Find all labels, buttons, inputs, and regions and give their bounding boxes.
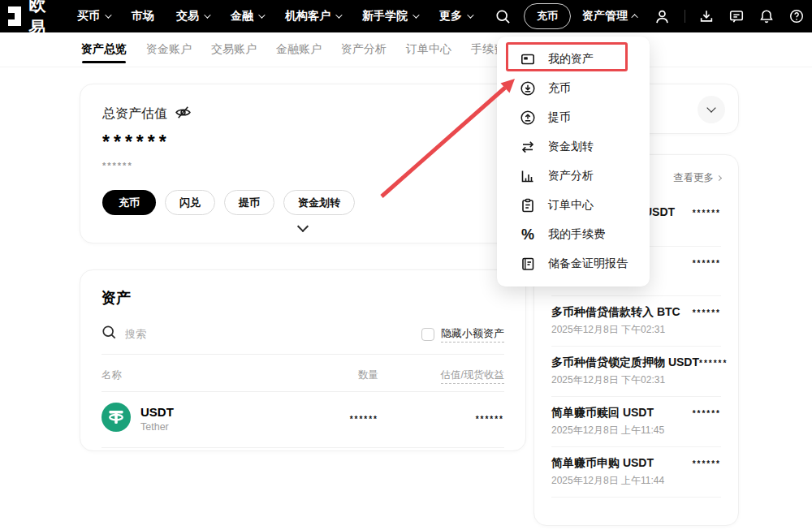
messages-icon[interactable] — [728, 7, 745, 25]
okx-logo-icon — [8, 6, 21, 26]
activity-value-masked: ****** — [693, 459, 721, 487]
activity-value-masked: ****** — [693, 308, 721, 336]
transfer-icon — [520, 139, 536, 155]
menu-item-markets[interactable]: 市场 — [132, 9, 154, 24]
total-valuation-title: 总资产估值 — [102, 106, 167, 123]
activity-title: 简单赚币赎回 USDT — [551, 405, 664, 420]
asset-management-dropdown: 我的资产 充币 提币 资金划转 资产分析 — [497, 37, 650, 287]
chevron-down-icon — [467, 11, 473, 18]
activity-date: 2025年12月8日 下午02:31 — [551, 374, 699, 386]
dropdown-item-analysis[interactable]: 资产分析 — [497, 162, 650, 191]
usdt-tether-icon — [102, 403, 131, 435]
tab-funding-account[interactable]: 资金账户 — [146, 32, 192, 67]
menu-item-institutional[interactable]: 机构客户 — [285, 9, 340, 24]
assets-card: 资产 隐藏小额资产 名称 数量 估值/现货收益 — [80, 269, 526, 451]
activity-title: 多币种借贷借款转入 BTC — [551, 304, 680, 319]
column-amount: 数量 — [281, 368, 378, 384]
chevron-down-icon — [204, 11, 210, 18]
chevron-up-icon — [631, 14, 637, 20]
asset-search-box[interactable] — [102, 325, 421, 343]
activity-title: 简单赚币申购 USDT — [551, 455, 664, 470]
withdraw-icon — [520, 110, 536, 126]
dropdown-item-deposit[interactable]: 充币 — [497, 74, 650, 103]
asset-name: Tether — [140, 421, 174, 433]
chevron-down-icon — [258, 11, 265, 18]
top-navbar: 欧易 买币 市场 交易 金融 机构客户 新手学院 更多 充币 资产管理 — [0, 0, 812, 32]
nav-divider — [685, 10, 685, 23]
tab-trading-account[interactable]: 交易账户 — [211, 32, 257, 67]
search-input[interactable] — [125, 328, 304, 340]
activity-date: 2025年12月8日 上午11:44 — [551, 475, 664, 487]
dropdown-item-order-center[interactable]: 订单中心 — [497, 191, 650, 220]
column-name: 名称 — [102, 368, 281, 384]
total-asset-valuation-card: 总资产估值 ****** ****** 充币 闪兑 提币 资金划转 — [80, 84, 526, 243]
tab-finance-account[interactable]: 金融账户 — [276, 32, 322, 67]
orders-icon — [520, 197, 536, 213]
menu-item-academy[interactable]: 新手学院 — [362, 9, 417, 24]
asset-value-masked: ****** — [378, 415, 504, 424]
search-icon — [102, 325, 117, 343]
help-icon[interactable] — [788, 7, 806, 25]
menu-item-finance[interactable]: 金融 — [231, 9, 263, 24]
fees-percent-icon: % — [520, 226, 536, 243]
dropdown-item-withdraw[interactable]: 提币 — [497, 103, 650, 132]
asset-subnav: 资产总览 资金账户 交易账户 金融账户 资产分析 订单中心 手续费 — [0, 32, 812, 67]
convert-button[interactable]: 闪兑 — [165, 190, 215, 215]
assets-title: 资产 — [102, 288, 504, 308]
dropdown-item-reserve-report[interactable]: 储备金证明报告 — [497, 249, 650, 278]
dropdown-item-transfer[interactable]: 资金划转 — [497, 132, 650, 162]
menu-item-buy[interactable]: 买币 — [77, 9, 110, 24]
asset-amount-masked: ****** — [281, 415, 378, 424]
assets-table-header: 名称 数量 估值/现货收益 — [102, 368, 504, 392]
withdraw-button[interactable]: 提币 — [224, 190, 274, 215]
dropdown-item-my-assets[interactable]: 我的资产 — [497, 45, 650, 74]
deposit-icon — [520, 80, 536, 97]
deposit-button[interactable]: 充币 — [524, 3, 571, 29]
column-value[interactable]: 估值/现货收益 — [441, 368, 504, 384]
activity-date: 2025年12月8日 上午11:45 — [551, 424, 664, 437]
analysis-icon — [520, 168, 536, 184]
eye-off-icon[interactable] — [175, 104, 192, 124]
activity-row[interactable]: 多币种借贷借款转入 BTC 2025年12月8日 下午02:31 ****** — [551, 296, 721, 347]
asset-management-menu-button[interactable]: 资产管理 — [582, 9, 638, 24]
chevron-down-icon — [335, 11, 342, 18]
main-menu: 买币 市场 交易 金融 机构客户 新手学院 更多 — [77, 9, 494, 24]
search-icon[interactable] — [494, 7, 512, 25]
okx-assets-page: 欧易 买币 市场 交易 金融 机构客户 新手学院 更多 充币 资产管理 — [0, 0, 812, 530]
hide-small-assets-label: 隐藏小额资产 — [441, 326, 504, 343]
chevron-down-icon — [412, 11, 419, 18]
chevron-right-icon — [716, 175, 722, 181]
activity-date: 2025年12月8日 下午02:31 — [551, 324, 680, 336]
activity-row[interactable]: 简单赚币申购 USDT 2025年12月8日 上午11:44 ****** — [551, 447, 721, 498]
activity-row[interactable]: 多币种借贷锁定质押物 USDT 2025年12月8日 下午02:31 *****… — [551, 347, 721, 397]
total-value-masked: ****** — [102, 133, 503, 152]
collapse-chevron-button[interactable] — [698, 96, 725, 123]
tab-asset-overview[interactable]: 资产总览 — [81, 32, 127, 67]
wallet-card-icon — [520, 51, 536, 67]
deposit-button[interactable]: 充币 — [102, 190, 156, 215]
notifications-bell-icon[interactable] — [758, 7, 775, 25]
activity-row[interactable]: 简单赚币赎回 USDT 2025年12月8日 上午11:45 ****** — [551, 397, 721, 447]
activity-value-masked: ****** — [693, 409, 721, 437]
hide-small-assets-checkbox[interactable] — [421, 328, 434, 341]
expand-chevron-icon[interactable] — [299, 219, 307, 234]
menu-item-trade[interactable]: 交易 — [176, 9, 209, 24]
tab-order-center[interactable]: 订单中心 — [406, 32, 451, 67]
nav-right-group: 充币 资产管理 — [494, 3, 812, 29]
dropdown-item-my-fees[interactable]: % 我的手续费 — [497, 220, 650, 249]
menu-item-more[interactable]: 更多 — [439, 9, 472, 24]
download-app-icon[interactable] — [698, 7, 715, 25]
hide-small-assets-toggle[interactable]: 隐藏小额资产 — [421, 326, 504, 343]
profile-icon[interactable] — [653, 7, 671, 25]
total-subvalue-masked: ****** — [102, 162, 503, 170]
asset-row-usdt[interactable]: USDT Tether ****** ****** — [102, 392, 504, 448]
report-icon — [520, 256, 536, 272]
asset-symbol: USDT — [140, 405, 174, 419]
activity-value-masked: ****** — [699, 359, 728, 386]
chevron-down-icon — [105, 11, 111, 18]
transfer-button[interactable]: 资金划转 — [283, 190, 355, 215]
activity-value-masked: ****** — [693, 209, 721, 236]
tab-asset-analysis[interactable]: 资产分析 — [341, 32, 387, 67]
activity-value-masked: ****** — [693, 259, 721, 286]
activity-title: 多币种借贷锁定质押物 USDT — [551, 355, 699, 369]
